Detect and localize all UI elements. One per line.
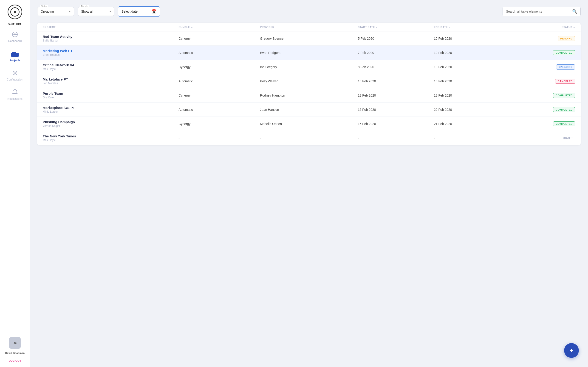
project-cell: Phishing Campaign Vernon Knight	[43, 120, 179, 127]
status-badge: CANCELED	[555, 79, 575, 84]
table-row[interactable]: Red-Team Activity Sallie Barker Cynergy …	[37, 31, 581, 46]
start-date-cell: 16 Feb 2020	[358, 122, 434, 126]
start-date-cell: 7 Feb 2020	[358, 51, 434, 55]
status-badge: DRAFT	[561, 135, 575, 141]
table-header: PROJECT BUNDLE ⌄ PROVIDER START DATE ⌄ E…	[37, 23, 581, 31]
status-cell: ON-GOING	[510, 65, 575, 69]
bundle-filter-label: Bundle	[80, 5, 89, 8]
project-name: Critical Network VA	[43, 63, 179, 67]
sidebar-item-configuration[interactable]: Configuration	[0, 67, 30, 83]
provider-cell: Polly Walker	[260, 79, 358, 83]
table-row[interactable]: Marketplace PT Leo Morales Automatic Pol…	[37, 74, 581, 88]
search-input[interactable]	[506, 10, 570, 13]
logout-button[interactable]: LOG OUT	[9, 359, 21, 362]
col-provider: PROVIDER	[260, 26, 358, 28]
svg-rect-6	[11, 53, 19, 57]
sidebar-label-notifications: Notifications	[7, 97, 22, 100]
status-badge: PENDING	[558, 36, 575, 41]
table-row[interactable]: Phishing Campaign Vernon Knight Cynergy …	[37, 117, 581, 131]
project-owner: Max Doyle	[43, 139, 179, 142]
status-cell: DRAFT	[510, 135, 575, 141]
table-row[interactable]: Marketing Web PT Brent Rhodes Automatic …	[37, 46, 581, 60]
provider-cell: Ina Gregory	[260, 65, 358, 69]
table-row[interactable]: Purple Team Ora Cole Cynergy Rodney Hamp…	[37, 88, 581, 102]
project-cell: Purple Team Ora Cole	[43, 92, 179, 99]
status-cell: COMPLETED	[510, 107, 575, 112]
bundle-cell: -	[179, 136, 260, 140]
status-cell: CANCELED	[510, 79, 575, 84]
table-row[interactable]: Marketplace iOS PT Mittie Larson Automat…	[37, 102, 581, 117]
sidebar-item-projects[interactable]: Projects	[0, 47, 30, 64]
bundle-cell: Cynergy	[179, 37, 260, 40]
project-name: Marketplace iOS PT	[43, 106, 179, 110]
dashboard-icon	[11, 30, 19, 39]
project-name: Red-Team Activity	[43, 35, 179, 39]
project-owner: Sallie Barker	[43, 39, 179, 42]
sidebar-label-dashboard: Dashboard	[8, 40, 22, 43]
sidebar-item-notifications[interactable]: Notifications	[0, 86, 30, 103]
end-date-cell: 12 Feb 2020	[434, 51, 510, 55]
project-cell: Marketing Web PT Brent Rhodes	[43, 49, 179, 56]
project-owner: Leo Morales	[43, 82, 179, 85]
bundle-select[interactable]: Show all Cynergy Automatic	[78, 7, 114, 16]
provider-cell: Jean Hanson	[260, 108, 358, 111]
status-filter-label: Status	[40, 5, 48, 8]
project-owner: Ora Cole	[43, 96, 179, 99]
start-date-cell: 5 Feb 2020	[358, 37, 434, 40]
start-date-sort-icon: ⌄	[376, 26, 378, 28]
svg-point-8	[14, 72, 16, 74]
project-owner: Mittie Larson	[43, 110, 179, 113]
status-cell: PENDING	[510, 36, 575, 41]
project-cell: Critical Network VA Max Doyle	[43, 63, 179, 71]
bundle-cell: Automatic	[179, 51, 260, 55]
project-name: Phishing Campaign	[43, 120, 179, 124]
start-date-cell: 10 Feb 2020	[358, 79, 434, 83]
project-cell: The New York Times Max Doyle	[43, 134, 179, 142]
sidebar-logo	[8, 5, 22, 19]
start-date-cell: -	[358, 136, 434, 140]
project-owner: Brent Rhodes	[43, 53, 179, 56]
col-end-date: END DATE ⌄	[434, 26, 510, 28]
project-name: The New York Times	[43, 134, 179, 138]
projects-table: PROJECT BUNDLE ⌄ PROVIDER START DATE ⌄ E…	[37, 23, 581, 145]
svg-rect-7	[12, 52, 16, 53]
add-button[interactable]: +	[564, 343, 579, 358]
status-select[interactable]: On-going Completed Pending Canceled Draf…	[37, 7, 74, 16]
bundle-cell: Cynergy	[179, 65, 260, 69]
table-row[interactable]: Critical Network VA Max Doyle Cynergy In…	[37, 60, 581, 74]
status-badge: ON-GOING	[556, 65, 575, 69]
bundle-cell: Automatic	[179, 79, 260, 83]
project-owner: Max Doyle	[43, 67, 179, 71]
avatar: DG	[9, 337, 21, 349]
end-date-cell: 20 Feb 2020	[434, 108, 510, 111]
status-cell: COMPLETED	[510, 93, 575, 98]
configuration-icon	[11, 69, 19, 77]
end-date-cell: 13 Feb 2020	[434, 65, 510, 69]
status-cell: COMPLETED	[510, 50, 575, 55]
project-name[interactable]: Marketing Web PT	[43, 49, 179, 53]
col-project: PROJECT	[43, 26, 179, 28]
project-cell: Marketplace iOS PT Mittie Larson	[43, 106, 179, 113]
provider-cell: Mabelle Obrien	[260, 122, 358, 126]
projects-icon	[11, 50, 19, 58]
sidebar-label-configuration: Configuration	[7, 78, 23, 81]
status-filter: Status On-going Completed Pending Cancel…	[37, 7, 74, 16]
start-date-cell: 8 Feb 2020	[358, 65, 434, 69]
col-bundle: BUNDLE ⌄	[179, 26, 260, 28]
main-content: Status On-going Completed Pending Cancel…	[30, 0, 588, 367]
filters-row: Status On-going Completed Pending Cancel…	[37, 6, 581, 17]
sidebar-item-dashboard[interactable]: Dashboard	[0, 28, 30, 45]
project-name: Purple Team	[43, 92, 179, 95]
date-filter[interactable]: Select date 📅	[118, 6, 160, 17]
project-name: Marketplace PT	[43, 77, 179, 81]
svg-point-1	[14, 33, 16, 35]
bundle-cell: Cynergy	[179, 94, 260, 97]
table-row[interactable]: The New York Times Max Doyle - - - - DRA…	[37, 131, 581, 145]
end-date-cell: 18 Feb 2020	[434, 94, 510, 97]
sidebar: S-HELPER Dashboard Projects	[0, 0, 30, 367]
project-owner: Vernon Knight	[43, 124, 179, 127]
provider-cell: Rodney Hampton	[260, 94, 358, 97]
start-date-cell: 15 Feb 2020	[358, 108, 434, 111]
search-icon: 🔍	[572, 9, 577, 14]
end-date-cell: -	[434, 136, 510, 140]
